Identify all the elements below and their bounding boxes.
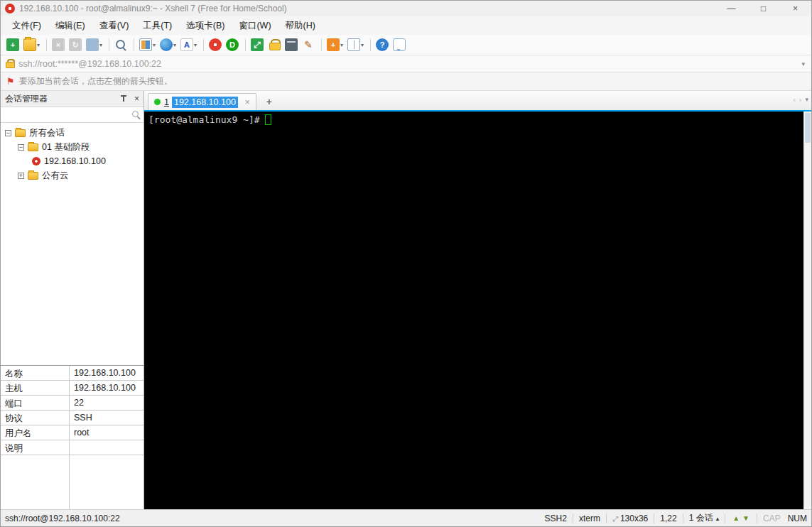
folder-icon: [28, 172, 38, 180]
xshell-button[interactable]: [207, 37, 223, 53]
layout-button[interactable]: ▾: [138, 37, 157, 53]
terminal-wrap: [root@almalinux9 ~]#: [144, 112, 811, 509]
chevron-down-icon: ▾: [194, 42, 197, 48]
search-icon[interactable]: [132, 111, 141, 119]
status-cursor-position: 1,22: [660, 514, 676, 523]
session-list-icon: ▴: [716, 515, 720, 522]
font-button[interactable]: A▾: [179, 37, 198, 53]
tree-item-label: 192.168.10.100: [44, 156, 106, 166]
menu-help[interactable]: 帮助(H): [278, 17, 323, 35]
resize-icon: ⤢: [612, 515, 618, 523]
shell-prompt: [root@almalinux9 ~]#: [148, 114, 265, 125]
tab-session[interactable]: 1 192.168.10.100 ×: [148, 93, 256, 110]
compose-pen-button[interactable]: ✎: [301, 37, 316, 53]
menu-file[interactable]: 文件(F): [5, 17, 48, 35]
table-row: 说明: [1, 440, 144, 455]
help-button[interactable]: ?: [374, 37, 390, 53]
tree-item-label: 01 基础阶段: [42, 141, 90, 153]
tab-scroll-right-icon[interactable]: ›: [799, 95, 802, 104]
expand-icon[interactable]: +: [18, 173, 24, 179]
table-row: 主机 192.168.10.100: [1, 381, 144, 396]
tab-list-icon[interactable]: ▾: [805, 96, 808, 103]
tab-bar: 1 192.168.10.100 × + ‹ › ▾: [144, 91, 811, 110]
feedback-button[interactable]: [391, 37, 407, 53]
terminal-scrollbar[interactable]: [803, 112, 811, 509]
tab-close-icon[interactable]: ×: [245, 97, 250, 107]
lock-icon: [268, 38, 281, 51]
window-title: 192.168.10.100 - root@almalinux9:~ - Xsh…: [19, 4, 715, 13]
status-separator: [683, 514, 683, 523]
tab-number: 1: [164, 97, 169, 107]
menu-window[interactable]: 窗口(W): [232, 17, 278, 35]
session-manager-panel: 会话管理器 × − 所有会话 − 01 基础阶段: [1, 91, 144, 509]
status-session-count[interactable]: 1 会话▴: [689, 512, 720, 524]
property-value: root: [70, 425, 144, 440]
session-search-box: [1, 107, 144, 123]
globe-icon: [160, 38, 173, 51]
session-manager-header: 会话管理器 ×: [1, 91, 144, 107]
tab-scroll-left-icon[interactable]: ‹: [793, 95, 796, 104]
chevron-down-icon: ▾: [99, 42, 102, 48]
xftp-button[interactable]: D: [224, 37, 240, 53]
menu-tab[interactable]: 选项卡(B): [179, 17, 232, 35]
property-label: 说明: [1, 440, 70, 455]
session-search-input[interactable]: [4, 109, 132, 121]
search-icon: [114, 38, 127, 51]
duplicate-session-button[interactable]: ▾: [85, 37, 104, 53]
maximize-button[interactable]: □: [747, 1, 779, 16]
new-file-transfer-button[interactable]: +▾: [325, 37, 345, 53]
split-window-button[interactable]: ▾: [346, 37, 365, 53]
session-manager-title: 会话管理器: [5, 93, 120, 105]
terminal-screen[interactable]: [root@almalinux9 ~]#: [144, 112, 803, 509]
scrollbar-thumb[interactable]: [805, 113, 811, 143]
open-sessions-button[interactable]: ▾: [22, 37, 41, 53]
panel-close-icon[interactable]: ×: [134, 94, 139, 104]
tree-item-folder-base[interactable]: − 01 基础阶段: [1, 140, 144, 154]
xshell-icon: [209, 38, 222, 51]
new-tab-button[interactable]: +: [262, 94, 276, 109]
tree-item-label: 所有会话: [29, 127, 65, 139]
close-button[interactable]: ×: [779, 1, 811, 16]
virtual-keyboard-button[interactable]: [283, 37, 299, 53]
toolbar-separator: [370, 38, 371, 51]
address-dropdown-icon[interactable]: ▾: [799, 60, 807, 67]
address-bar[interactable]: ssh://root:******@192.168.10.100:22 ▾: [1, 55, 811, 72]
terminal-pane: 1 192.168.10.100 × + ‹ › ▾ [root@almalin…: [144, 91, 811, 509]
toolbar-separator: [203, 38, 204, 51]
reconnect-icon: ↻: [69, 38, 82, 51]
tree-item-all-sessions[interactable]: − 所有会话: [1, 126, 144, 140]
title-bar: 192.168.10.100 - root@almalinux9:~ - Xsh…: [1, 1, 811, 16]
flag-icon: ⚑: [6, 76, 15, 87]
window-controls: — □ ×: [715, 1, 811, 16]
fullscreen-icon: ⤢: [251, 38, 264, 51]
chevron-down-icon: ▾: [340, 42, 343, 48]
url-scheme-button[interactable]: ▾: [158, 37, 178, 53]
disconnect-button[interactable]: ×: [50, 37, 66, 53]
status-terminal-size: ⤢130x36: [612, 514, 648, 523]
minimize-button[interactable]: —: [715, 1, 747, 16]
menu-view[interactable]: 查看(V): [92, 17, 136, 35]
pin-icon[interactable]: [120, 95, 127, 102]
property-label: 名称: [1, 366, 70, 381]
property-label: 协议: [1, 411, 70, 425]
tree-item-folder-cloud[interactable]: + 公有云: [1, 168, 144, 183]
collapse-icon[interactable]: −: [18, 144, 24, 151]
table-row: 协议 SSH: [1, 411, 144, 425]
lock-screen-button[interactable]: [266, 37, 282, 53]
new-session-button[interactable]: +: [5, 37, 21, 53]
find-button[interactable]: [113, 37, 129, 53]
table-row: 用户名 root: [1, 425, 144, 440]
session-properties-table: 名称 192.168.10.100 主机 192.168.10.100 端口 2…: [1, 365, 144, 509]
duplicate-session-icon: [86, 38, 99, 51]
collapse-icon[interactable]: −: [5, 130, 11, 136]
fullscreen-button[interactable]: ⤢: [249, 37, 265, 53]
terminal-cursor: [265, 114, 271, 125]
scroll-down-icon[interactable]: ▼: [742, 514, 749, 522]
tree-item-session[interactable]: 192.168.10.100: [1, 154, 144, 168]
menu-tools[interactable]: 工具(T): [136, 17, 179, 35]
toolbar-separator: [321, 38, 322, 51]
chat-bubble-icon: [393, 38, 406, 51]
menu-edit[interactable]: 编辑(E): [48, 17, 92, 35]
reconnect-button[interactable]: ↻: [67, 37, 83, 53]
scroll-up-icon[interactable]: ▲: [732, 514, 740, 522]
